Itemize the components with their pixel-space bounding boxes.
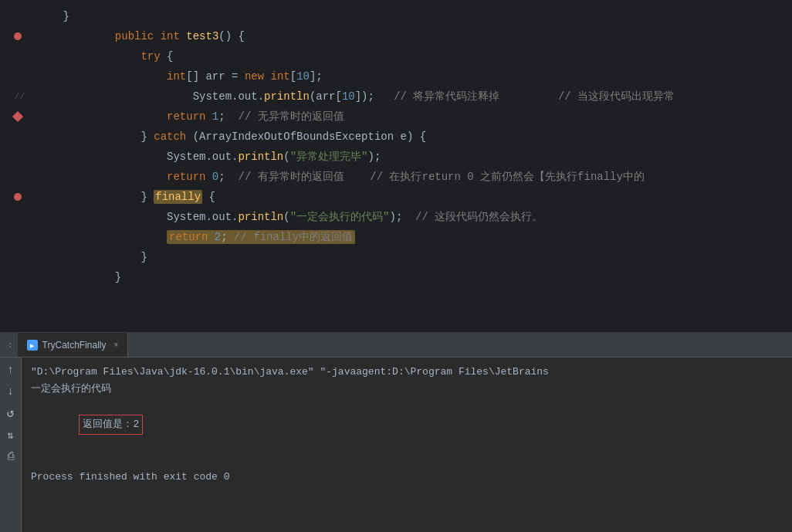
breakpoint-indicator	[14, 193, 22, 201]
scroll-up-button[interactable]: ↑	[3, 362, 19, 378]
run-tab-icon: ▶	[27, 340, 38, 351]
code-line: }	[0, 267, 792, 287]
run-tab-label: TryCatchFinally	[42, 340, 107, 351]
output-line-2: 一定会执行的代码	[31, 381, 783, 398]
return-value-highlighted: 返回值是：2	[79, 415, 143, 435]
breakpoint-indicator	[14, 32, 22, 40]
scroll-down-button[interactable]: ↓	[3, 384, 19, 399]
output-line-1: "D:\Program Files\Java\jdk-16.0.1\bin\ja…	[31, 364, 783, 381]
code-editor: } public int test3() { try { int	[0, 0, 792, 332]
panel-content: ↑ ↓ ↺ ⇅ ⎙ "D:\Program Files\Java\jdk-16.…	[0, 357, 792, 532]
colon-indicator: :	[3, 341, 18, 350]
line-content: }	[31, 259, 792, 296]
tab-close-button[interactable]: ×	[114, 341, 119, 349]
bottom-panel: : ▶ TryCatchFinally × ↑ ↓ ↺ ⇅ ⎙ "D:\Prog…	[0, 332, 792, 532]
reload-button[interactable]: ↺	[3, 405, 19, 421]
line-gutter	[0, 193, 31, 201]
print-button[interactable]: ⎙	[3, 449, 19, 464]
code-lines: } public int test3() { try { int	[0, 0, 792, 293]
breakpoint-diamond	[12, 111, 23, 122]
output-line-4	[31, 452, 783, 469]
sort-button[interactable]: ⇅	[3, 427, 19, 442]
line-gutter	[0, 32, 31, 40]
panel-tab-bar: : ▶ TryCatchFinally ×	[0, 333, 792, 357]
line-gutter: //	[0, 92, 31, 101]
line-gutter	[0, 113, 31, 120]
output-line-5: Process finished with exit code 0	[31, 469, 783, 486]
panel-sidebar: ↑ ↓ ↺ ⇅ ⎙	[0, 357, 22, 532]
panel-output: "D:\Program Files\Java\jdk-16.0.1\bin\ja…	[22, 357, 792, 532]
run-tab[interactable]: ▶ TryCatchFinally ×	[18, 333, 129, 357]
output-line-3: 返回值是：2	[31, 398, 783, 452]
